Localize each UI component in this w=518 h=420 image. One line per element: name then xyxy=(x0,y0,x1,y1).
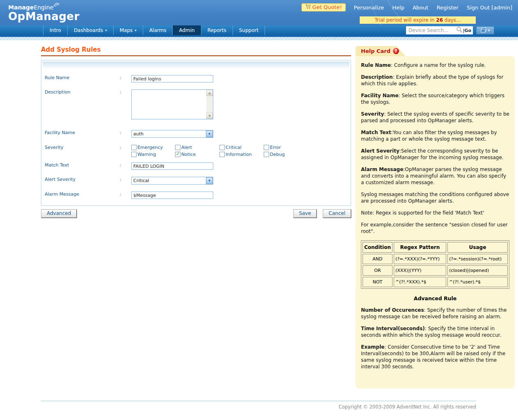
device-search-box: |Go xyxy=(406,26,473,34)
checkbox-error[interactable]: Error xyxy=(264,145,309,150)
checkbox-warning[interactable]: Warning xyxy=(131,152,175,157)
tab-dashboards[interactable]: Dashboards▾ xyxy=(67,25,113,35)
checkbox-debug[interactable]: Debug xyxy=(264,152,309,157)
description-textarea[interactable]: ▲ ▼ xyxy=(131,89,213,119)
manageengine-wordmark: ManageEngine xyxy=(8,2,80,11)
advanced-button[interactable]: Advanced xyxy=(41,209,77,218)
trial-text: Trial period will expire in xyxy=(374,17,436,23)
checkbox-emergency[interactable]: Emergency xyxy=(131,145,175,150)
question-mark-icon[interactable]: ? xyxy=(393,48,399,54)
scroll-up-icon[interactable]: ▲ xyxy=(206,90,213,96)
severity-row: Severity : Emergency Alert Critical Erro… xyxy=(45,145,351,157)
checkbox-alert[interactable]: Alert xyxy=(175,145,219,150)
syslog-rule-form: Rule Name : Description : ▲ ▼ xyxy=(41,60,351,206)
help-paragraph: Alarm Message:OpManager parses the syslo… xyxy=(361,166,509,186)
match-text-input[interactable] xyxy=(131,162,213,170)
tab-support[interactable]: Support xyxy=(233,25,265,35)
help-paragraph: Time Interval(seconds): Specify the time… xyxy=(361,325,509,338)
get-quote-label: Get Quote! xyxy=(313,4,342,10)
chevron-down-icon: ▾ xyxy=(105,28,107,32)
syslog-rule-form-section: Add Syslog Rules Rule Name : Description… xyxy=(41,46,351,218)
checkbox-label: Debug xyxy=(270,152,285,157)
alert-severity-row: Alert Severity : Critical ▾ xyxy=(45,177,351,185)
colon: : xyxy=(120,162,131,170)
chevron-down-icon: ▾ xyxy=(135,28,137,32)
checkbox-box[interactable] xyxy=(131,152,137,157)
alarm-message-label: Alarm Message xyxy=(45,192,120,199)
textarea-scrollbar[interactable]: ▲ ▼ xyxy=(206,90,213,119)
rule-name-input[interactable] xyxy=(131,75,213,82)
checkbox-critical[interactable]: Critical xyxy=(219,145,264,150)
tab-maps[interactable]: Maps▾ xyxy=(113,25,143,35)
windows-menu-button[interactable]: ▾ xyxy=(476,26,494,34)
description-label: Description xyxy=(45,89,120,119)
cancel-button[interactable]: Cancel xyxy=(323,209,351,218)
scroll-track[interactable] xyxy=(206,96,213,113)
get-quote-button[interactable]: Get Quote! xyxy=(301,3,346,11)
alarm-message-input[interactable] xyxy=(131,192,213,199)
help-paragraph: Note: Regex is supported for the field '… xyxy=(361,210,509,216)
checkbox-label: Alert xyxy=(181,145,192,150)
help-paragraph: For example,consider the sentence "sessi… xyxy=(361,221,509,235)
device-search-input[interactable] xyxy=(408,27,456,33)
content-area: Add Syslog Rules Rule Name : Description… xyxy=(0,40,518,388)
link-register[interactable]: Register xyxy=(436,5,459,11)
checkbox-label: Warning xyxy=(137,152,156,157)
col-header-regex-pattern: Regex Pattern xyxy=(394,242,446,253)
form-buttons: Advanced Save Cancel xyxy=(41,209,351,218)
checkbox-box[interactable] xyxy=(264,152,269,157)
cell-usage: (closed)|(opened) xyxy=(447,265,508,276)
search-icon[interactable] xyxy=(456,26,463,34)
regex-examples-table: Condition Regex Pattern Usage AND (?=.*X… xyxy=(361,240,509,289)
link-help[interactable]: Help xyxy=(392,5,404,11)
save-button[interactable]: Save xyxy=(293,209,317,218)
main-nav: Intro Dashboards▾ Maps▾ Alarms Admin Rep… xyxy=(0,25,518,35)
link-personalize[interactable]: Personalize xyxy=(354,5,384,11)
checkbox-label: Notice xyxy=(181,152,196,157)
match-text-row: Match Text : xyxy=(45,162,351,170)
checkbox-information[interactable]: Information xyxy=(219,152,264,157)
copyright-text: Copyright © 2003-2009 AdventNet Inc. All… xyxy=(41,404,476,410)
facility-name-select[interactable]: auth ▾ xyxy=(131,130,213,138)
tab-alarms[interactable]: Alarms xyxy=(143,25,173,35)
search-go-button[interactable]: |Go xyxy=(463,28,471,33)
chevron-down-icon[interactable]: ▾ xyxy=(206,130,213,137)
link-about[interactable]: About xyxy=(413,5,428,11)
link-sign-out[interactable]: Sign Out [admin] xyxy=(467,5,512,11)
severity-label: Severity xyxy=(45,145,120,157)
scroll-down-icon[interactable]: ▼ xyxy=(206,113,213,119)
checkbox-box[interactable] xyxy=(219,152,225,157)
severity-checkbox-grid: Emergency Alert Critical Error Warning N… xyxy=(131,145,351,157)
cell-usage: (?=.*session)(?=.*root) xyxy=(447,254,508,264)
tab-reports[interactable]: Reports xyxy=(201,25,233,35)
facility-name-value: auth xyxy=(132,131,206,137)
help-paragraph: Example: Consider Consecutive time to be… xyxy=(361,344,509,370)
tab-label: Support xyxy=(239,27,258,33)
table-row: AND (?=.*XXX)(?=.*YYY) (?=.*session)(?=.… xyxy=(363,254,508,264)
checkbox-label: Error xyxy=(270,145,281,150)
table-header-row: Condition Regex Pattern Usage xyxy=(363,242,508,253)
help-paragraph: Number of Occurences: Specify the number… xyxy=(361,307,509,320)
colon: : xyxy=(120,145,131,157)
tab-admin[interactable]: Admin xyxy=(172,25,201,35)
checkbox-notice[interactable]: Notice xyxy=(175,152,219,157)
cell-condition: NOT xyxy=(363,277,392,287)
checkbox-box[interactable] xyxy=(264,145,269,150)
brand-bold: Manage xyxy=(8,4,34,11)
colon: : xyxy=(120,192,131,199)
table-row: OR (XXX)|(YYY) (closed)|(opened) xyxy=(363,265,508,276)
checkbox-box[interactable] xyxy=(175,145,180,150)
cell-condition: AND xyxy=(363,254,392,264)
tab-label: Dashboards xyxy=(74,27,103,33)
checkbox-box[interactable] xyxy=(175,152,180,157)
alert-severity-select[interactable]: Critical ▾ xyxy=(131,177,213,185)
page-title: Add Syslog Rules xyxy=(41,46,351,56)
checkbox-box[interactable] xyxy=(219,145,225,150)
table-row: NOT ^(?!.*XXX).*$ ^(?!.*user).*$ xyxy=(363,277,508,287)
colon: : xyxy=(120,177,131,185)
hatched-divider xyxy=(0,37,518,40)
chevron-down-icon[interactable]: ▾ xyxy=(206,177,213,184)
tab-intro[interactable]: Intro xyxy=(43,25,67,35)
checkbox-box[interactable] xyxy=(131,145,137,150)
logo-swirl-icon xyxy=(53,2,60,8)
